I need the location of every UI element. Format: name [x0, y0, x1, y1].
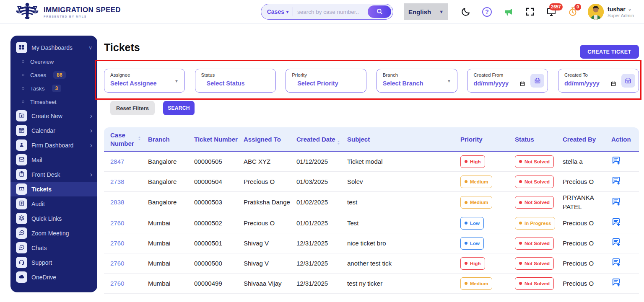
sidebar-item-cases[interactable]: Cases 86: [10, 68, 97, 82]
sidebar-item-label: Quick Links: [31, 215, 62, 222]
branch-filter[interactable]: Branch Select Branch ▼: [377, 69, 457, 93]
reset-filters-button[interactable]: Reset Filters: [110, 101, 155, 115]
column-created-date[interactable]: Created Date: [296, 135, 347, 144]
brand-title: IMMIGRATION SPEED: [44, 6, 121, 14]
add-comment-icon[interactable]: [611, 196, 621, 206]
column-assigned-to[interactable]: Assigned To: [244, 135, 296, 144]
case-number-link[interactable]: 2760: [110, 240, 124, 247]
fullscreen-icon[interactable]: [525, 7, 535, 17]
ticket-number-cell: 00000503: [194, 198, 244, 207]
timer-icon[interactable]: 0: [567, 7, 578, 17]
status-badge: Not Solved: [515, 196, 554, 209]
notifications-monitor-icon[interactable]: 2657: [546, 7, 556, 17]
status-badge: Not Solved: [515, 257, 554, 270]
sidebar-item-label: OneDrive: [31, 274, 56, 281]
date-input-icon[interactable]: [610, 81, 616, 87]
column-branch[interactable]: Branch: [148, 135, 194, 144]
sidebar-item-label: Tasks: [30, 85, 45, 92]
bullet-icon: [22, 60, 24, 63]
subject-cell: test: [347, 198, 460, 207]
sidebar-item-my-dashboards[interactable]: My Dashboards: [10, 40, 97, 55]
calendar-picker-icon[interactable]: [621, 74, 635, 88]
table-row: 2760 Mumbai 00000500 Shivag V 12/31/2025…: [104, 253, 639, 274]
sidebar-item-mail[interactable]: Mail: [10, 152, 97, 167]
sidebar-item-front-desk[interactable]: Front Desk: [10, 167, 97, 182]
case-number-link[interactable]: 2847: [110, 158, 124, 165]
help-icon[interactable]: ?: [482, 7, 492, 17]
created-date-cell: 01/02/2025: [296, 198, 347, 207]
sidebar-item-label: Support: [31, 259, 52, 266]
sidebar-item-firm-dashboard[interactable]: Firm Dashboard: [10, 138, 97, 152]
column-status[interactable]: Status: [515, 135, 563, 144]
add-comment-icon[interactable]: [611, 277, 621, 287]
user-menu[interactable]: tushar ⌄ Super Admin: [588, 4, 634, 20]
ticket-number-cell: 00000501: [194, 239, 244, 248]
chat-icon: [18, 244, 25, 252]
sidebar-item-quick-links[interactable]: Quick Links: [10, 211, 97, 226]
add-comment-icon[interactable]: [611, 155, 621, 165]
sidebar-item-support[interactable]: Support: [10, 255, 97, 270]
sidebar-item-create-new[interactable]: Create New: [10, 108, 97, 123]
brand-logo[interactable]: IMMIGRATION SPEED PRESENTED BY MYLS: [15, 2, 121, 21]
sidebar-item-label: Firm Dashboard: [31, 142, 73, 149]
add-comment-icon[interactable]: [611, 176, 621, 185]
column-case-number[interactable]: Case Number: [104, 131, 148, 148]
created-date-cell: 01/03/2025: [296, 177, 347, 186]
create-ticket-button[interactable]: CREATE TICKET: [580, 45, 639, 59]
priority-badge: High: [460, 155, 485, 168]
case-number-link[interactable]: 2760: [110, 280, 124, 287]
chevron-icon: [88, 45, 92, 50]
sidebar-item-overview[interactable]: Overview: [10, 55, 97, 68]
column-label: Action: [611, 136, 631, 143]
sort-icon[interactable]: [336, 139, 341, 147]
priority-filter[interactable]: Priority Select Priority: [286, 69, 366, 93]
add-comment-icon[interactable]: [611, 237, 621, 247]
sidebar-item-tasks[interactable]: Tasks 3: [10, 82, 97, 95]
brand-subtitle: PRESENTED BY MYLS: [44, 15, 121, 18]
dot-icon: [465, 282, 467, 285]
search-input[interactable]: [297, 9, 364, 15]
column-ticket-number[interactable]: Ticket Number: [194, 135, 244, 144]
created-date-cell: 01/01/2025: [296, 219, 347, 228]
calendar-picker-icon[interactable]: [530, 74, 544, 88]
sidebar-item-chats[interactable]: Chats: [10, 240, 97, 255]
clipboard-icon: [18, 171, 25, 178]
column-action[interactable]: Action: [611, 135, 639, 144]
dark-mode-moon-icon[interactable]: [460, 7, 471, 17]
case-number-link[interactable]: 2838: [110, 199, 124, 206]
search-button[interactable]: SEARCH: [163, 101, 195, 115]
created-date-cell: 01/12/2025: [296, 157, 347, 166]
count-badge: 86: [53, 71, 65, 79]
case-number-link[interactable]: 2760: [110, 219, 124, 227]
created-to-filter[interactable]: Created To dd/mm/yyyy: [558, 69, 639, 93]
column-priority[interactable]: Priority: [460, 135, 515, 144]
table-row: 2760 Mumbai 00000501 Shivag V 12/31/2025…: [104, 233, 639, 253]
sidebar-item-audit[interactable]: Audit: [10, 196, 97, 211]
announcements-megaphone-icon[interactable]: [503, 7, 514, 17]
language-selector[interactable]: English ▼: [404, 3, 448, 20]
search-category-select[interactable]: Cases ▾: [267, 8, 288, 15]
sidebar-item-tickets[interactable]: Tickets: [10, 182, 97, 196]
dot-icon: [519, 201, 522, 204]
sort-icon[interactable]: [137, 135, 142, 143]
sidebar-item-calendar[interactable]: Calendar: [10, 123, 97, 138]
eagle-logo-icon: [15, 2, 39, 21]
add-comment-icon[interactable]: [611, 217, 621, 227]
column-label: Assigned To: [244, 136, 281, 143]
sidebar-item-zoom-meeting[interactable]: Zoom Meeting: [10, 226, 97, 240]
created-date-cell: 12/31/2025: [296, 259, 347, 268]
status-filter[interactable]: Status Select Status: [195, 69, 276, 93]
case-number-link[interactable]: 2760: [110, 260, 124, 267]
column-created-by[interactable]: Created By: [563, 135, 611, 144]
date-input-icon[interactable]: [519, 81, 525, 87]
search-submit-button[interactable]: [368, 5, 391, 18]
sidebar-item-timesheet[interactable]: Timesheet: [10, 95, 97, 108]
dot-icon: [465, 180, 467, 183]
add-comment-icon[interactable]: [611, 257, 621, 267]
column-subject[interactable]: Subject: [347, 135, 460, 144]
assignee-filter[interactable]: Assignee Select Assignee ▼: [104, 69, 185, 93]
created-from-filter[interactable]: Created From dd/mm/yyyy: [467, 69, 548, 93]
chevron-icon: [90, 171, 92, 178]
case-number-link[interactable]: 2738: [110, 178, 124, 185]
sidebar-item-onedrive[interactable]: OneDrive: [10, 270, 97, 284]
